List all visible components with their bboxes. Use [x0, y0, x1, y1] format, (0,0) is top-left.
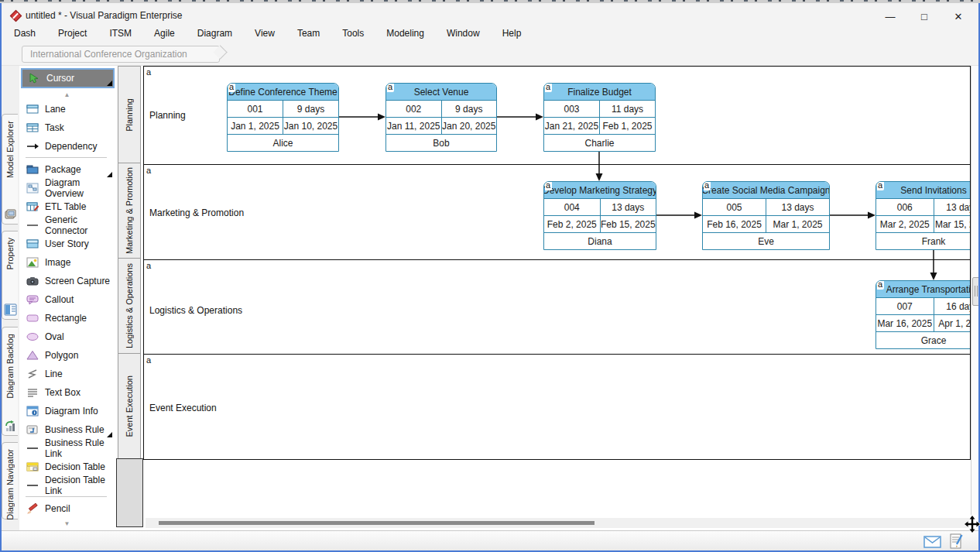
palette-separator [26, 496, 107, 497]
task-start: Jan 1, 2025 [228, 118, 283, 134]
palette-item-oval[interactable]: Oval [22, 328, 113, 345]
palette-item-user-story[interactable]: User Story [22, 235, 113, 252]
task-develop-marketing-strategy[interactable]: aDevelop Marketing Strategy 00413 days F… [543, 181, 656, 250]
palette-item-dependency[interactable]: Dependency [22, 138, 113, 155]
lane-divider [144, 259, 970, 260]
decision-table-icon [26, 461, 39, 472]
lane-marker: a [146, 262, 151, 270]
task-duration: 11 days [600, 101, 655, 117]
menu-agile[interactable]: Agile [154, 28, 175, 39]
palette-item-decision-table-link[interactable]: Decision Table Link [22, 477, 113, 494]
horizontal-scrollbar-thumb[interactable] [159, 521, 595, 525]
task-select-venue[interactable]: aSelect Venue 0029 days Jan 11, 2025Jan … [385, 83, 497, 152]
palette-item-screen-capture[interactable]: Screen Capture [22, 273, 113, 290]
message-pane-button[interactable] [923, 536, 941, 548]
line-icon [26, 369, 39, 379]
palette-item-rectangle[interactable]: Rectangle [22, 310, 113, 327]
palette-scroll-down[interactable]: ▼ [19, 519, 115, 528]
breadcrumb[interactable]: International Conference Organization [22, 46, 220, 63]
task-send-invitations[interactable]: aSend Invitations 00613 days Mar 2, 2025… [875, 181, 971, 250]
lane-header-marketing[interactable]: Marketing & Promotion [118, 163, 141, 259]
task-title: Develop Marketing Strategy [544, 185, 656, 196]
task-arrange-transportation[interactable]: aArrange Transportation 00716 days Mar 1… [875, 280, 971, 349]
pencil-icon [26, 503, 39, 514]
statusbar [0, 530, 980, 552]
menu-diagram[interactable]: Diagram [197, 28, 232, 39]
palette-item-lane[interactable]: Lane [22, 101, 113, 118]
palette-item-decision-table[interactable]: Decision Table [22, 458, 113, 475]
polygon-icon [26, 350, 39, 361]
lane-marker: a [146, 356, 151, 365]
lane-label-event-execution: Event Execution [149, 403, 217, 413]
visual-paradigm-logo-icon [11, 11, 21, 21]
palette-item-diagram-overview[interactable]: Diagram Overview [22, 180, 113, 197]
palette-item-pencil[interactable]: Pencil [22, 500, 113, 517]
palette-item-task[interactable]: Task [22, 119, 113, 136]
task-marker: a [877, 182, 884, 190]
palette-item-generic-connector[interactable]: Generic Connector [22, 217, 113, 234]
palette-item-polygon[interactable]: Polygon [22, 347, 113, 364]
task-finalize-budget[interactable]: aFinalize Budget 00311 days Jan 21, 2025… [543, 83, 656, 152]
diagram-overview-icon [26, 183, 39, 194]
menu-help[interactable]: Help [502, 28, 522, 39]
diagram-canvas[interactable]: Planning Marketing & Promotion Logistics… [115, 66, 980, 530]
palette-item-business-rule[interactable]: Business Rule [22, 421, 113, 438]
menu-itsm[interactable]: ITSM [109, 28, 132, 39]
task-owner: Alice [228, 135, 338, 151]
diagram-backlog-icon [4, 420, 17, 432]
tab-diagram-backlog[interactable]: Diagram Backlog [2, 327, 18, 436]
palette-scroll-up[interactable]: ▲ [19, 90, 115, 99]
cursor-icon [28, 73, 41, 84]
task-start: Feb 16, 2025 [703, 216, 766, 232]
business-rule-icon [26, 424, 39, 435]
task-duration: 13 days [934, 199, 971, 215]
task-owner: Bob [386, 135, 496, 151]
task-title: Select Venue [414, 87, 469, 98]
expand-corner-icon [107, 432, 112, 437]
task-end: Feb 15, 2025 [601, 216, 656, 232]
task-create-social-media-campaign[interactable]: aCreate Social Media Campaign 00513 days… [702, 181, 830, 250]
palette-item-image[interactable]: Image [22, 254, 113, 271]
lane-header-planning[interactable]: Planning [118, 66, 141, 163]
task-start: Jan 11, 2025 [386, 118, 442, 134]
tab-property[interactable]: Property [2, 231, 18, 320]
task-end: Mar 15, 2025 [934, 216, 971, 232]
menu-view[interactable]: View [255, 28, 275, 39]
palette-item-cursor[interactable]: Cursor [21, 68, 115, 88]
palette-item-business-rule-link[interactable]: Business Rule Link [22, 440, 113, 457]
menu-modeling[interactable]: Modeling [386, 28, 424, 39]
task-end: Jan 20, 2025 [442, 118, 497, 134]
tab-diagram-navigator[interactable]: Diagram Navigator [2, 442, 18, 519]
user-story-icon [26, 238, 39, 249]
menu-tools[interactable]: Tools [342, 28, 364, 39]
palette-item-callout[interactable]: Callout [22, 291, 113, 308]
task-title: Arrange Transportation [886, 284, 971, 295]
task-start: Jan 21, 2025 [544, 118, 600, 134]
task-marker: a [704, 182, 711, 190]
menu-project[interactable]: Project [58, 28, 87, 39]
tab-model-explorer[interactable]: Model Explorer [2, 114, 18, 225]
edit-document-button[interactable] [950, 533, 963, 550]
horizontal-scrollbar[interactable] [146, 518, 969, 528]
task-define-conference-theme[interactable]: aDefine Conference Theme 0019 days Jan 1… [227, 83, 339, 152]
lane-header-event-execution[interactable]: Event Execution [118, 353, 141, 459]
menu-team[interactable]: Team [297, 28, 320, 39]
menu-window[interactable]: Window [447, 28, 480, 39]
task-id: 003 [544, 101, 600, 117]
palette-item-package[interactable]: Package [22, 161, 113, 178]
task-title: Finalize Budget [567, 87, 632, 98]
palette-item-diagram-info[interactable]: Diagram Info [22, 403, 113, 420]
task-id: 002 [386, 101, 442, 117]
menu-dash[interactable]: Dash [14, 28, 36, 39]
task-end: Jan 10, 2025 [283, 118, 338, 134]
task-duration: 16 days [934, 298, 971, 314]
palette-item-etl-table[interactable]: ETL Table [22, 198, 113, 215]
business-rule-link-icon [26, 443, 39, 454]
palette-item-text-box[interactable]: Text Box [22, 384, 113, 401]
pool[interactable]: a a a a Planning Marketing & Promotion L… [143, 66, 971, 460]
palette-separator [26, 157, 107, 158]
lane-header-logistics[interactable]: Logistics & Operations [118, 258, 141, 354]
task-owner: Diana [544, 233, 656, 249]
palette-item-line[interactable]: Line [22, 365, 113, 382]
task-end: Mar 1, 2025 [766, 216, 829, 232]
